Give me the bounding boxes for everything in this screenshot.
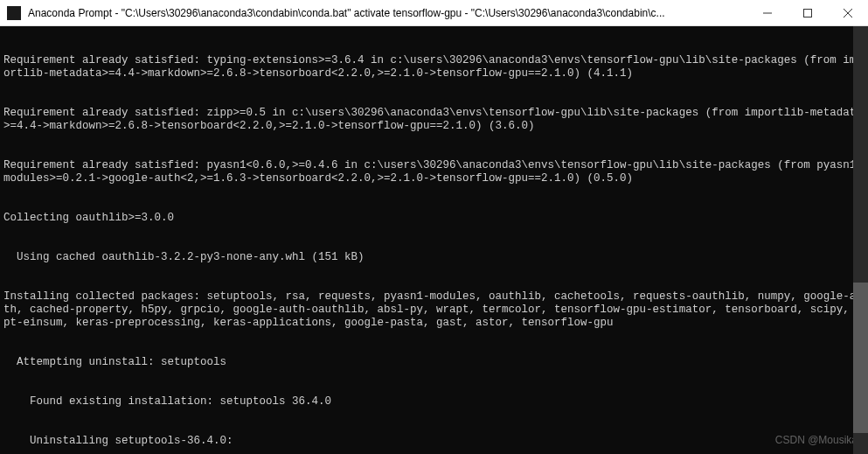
- maximize-button[interactable]: [788, 0, 828, 25]
- close-icon: [844, 9, 852, 17]
- scrollbar-thumb[interactable]: [853, 283, 868, 432]
- terminal-line: Found existing installation: setuptools …: [3, 395, 865, 409]
- window-controls: [747, 0, 868, 25]
- terminal-line: Requirement already satisfied: zipp>=0.5…: [3, 107, 865, 133]
- terminal-line: Uninstalling setuptools-36.4.0:: [3, 435, 865, 448]
- terminal-line: Requirement already satisfied: typing-ex…: [3, 54, 865, 80]
- close-button[interactable]: [828, 0, 868, 25]
- terminal-output[interactable]: Requirement already satisfied: typing-ex…: [0, 26, 868, 454]
- svg-rect-1: [804, 9, 812, 17]
- terminal-line: Using cached oauthlib-3.2.2-py3-none-any…: [3, 251, 865, 264]
- vertical-scrollbar[interactable]: [853, 26, 868, 454]
- terminal-line: Collecting oauthlib>=3.0.0: [3, 212, 865, 225]
- terminal-line: Attempting uninstall: setuptools: [3, 356, 865, 369]
- minimize-icon: [763, 9, 772, 17]
- terminal-line: Requirement already satisfied: pyasn1<0.…: [3, 159, 865, 185]
- window-title: Anaconda Prompt - "C:\Users\30296\anacon…: [28, 7, 747, 19]
- window-titlebar: Anaconda Prompt - "C:\Users\30296\anacon…: [0, 0, 868, 26]
- app-icon: [7, 6, 21, 20]
- minimize-button[interactable]: [747, 0, 788, 25]
- terminal-line: Installing collected packages: setuptool…: [3, 290, 865, 330]
- maximize-icon: [803, 9, 812, 17]
